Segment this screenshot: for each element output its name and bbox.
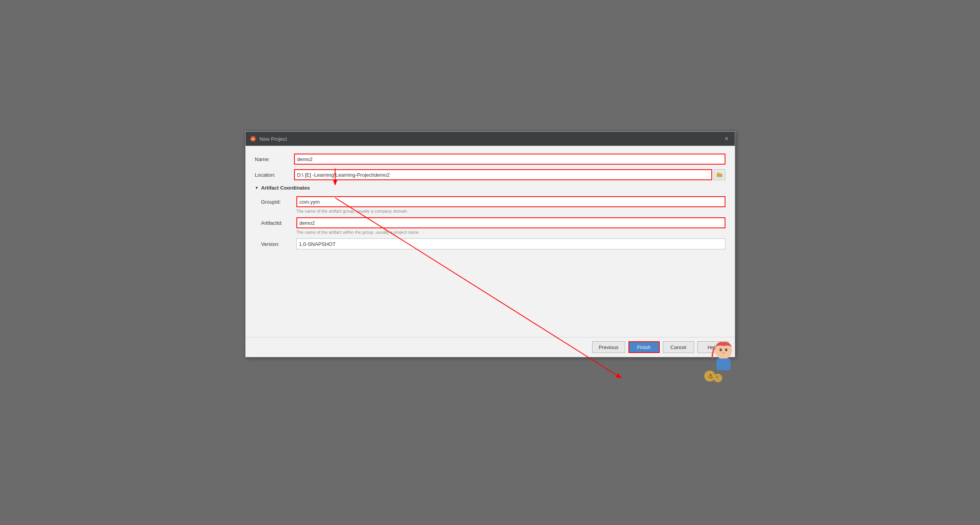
location-row: Location:: [255, 169, 725, 180]
version-input[interactable]: [296, 238, 725, 249]
title-bar-left: New Project: [249, 135, 287, 142]
folder-icon: [717, 172, 722, 177]
svg-point-9: [704, 371, 715, 382]
svg-rect-8: [716, 358, 731, 370]
artifactid-hint: The name of the artifact within the grou…: [261, 230, 725, 235]
svg-point-10: [709, 374, 712, 376]
groupid-row: GroupId: The name of the artifact group,…: [261, 196, 725, 213]
chevron-down-icon: ▼: [255, 186, 259, 190]
location-input-group: [294, 169, 725, 180]
svg-point-13: [714, 374, 722, 382]
artifactid-input[interactable]: [296, 217, 725, 228]
artifactid-row: ArtifactId: The name of the artifact wit…: [261, 217, 725, 235]
artifact-section-header[interactable]: ▼ Artifact Coordinates: [255, 185, 725, 191]
artifactid-label: ArtifactId:: [261, 220, 296, 226]
artifactid-form-row: ArtifactId:: [261, 217, 725, 228]
previous-button[interactable]: Previous: [592, 341, 625, 353]
finish-button[interactable]: Finish: [628, 341, 660, 353]
browse-button[interactable]: [714, 169, 725, 180]
groupid-input[interactable]: [296, 196, 725, 207]
cancel-button[interactable]: Cancel: [663, 341, 694, 353]
name-label: Name:: [255, 156, 294, 162]
dialog-title: New Project: [260, 136, 287, 142]
button-bar: Previous Finish Cancel Help: [246, 337, 735, 357]
name-input[interactable]: [294, 154, 725, 165]
artifact-section-title: Artifact Coordinates: [261, 185, 310, 191]
svg-rect-1: [717, 174, 722, 177]
groupid-hint: The name of the artifact group, usually …: [261, 209, 725, 213]
location-input[interactable]: [294, 169, 712, 180]
title-bar: New Project ×: [246, 132, 735, 146]
version-label: Version:: [261, 241, 296, 247]
svg-point-11: [708, 376, 710, 378]
groupid-form-row: GroupId:: [261, 196, 725, 207]
location-label: Location:: [255, 172, 294, 178]
groupid-label: GroupId:: [261, 199, 296, 205]
content-spacer: [246, 259, 735, 337]
name-row: Name:: [255, 154, 725, 165]
svg-point-12: [711, 377, 713, 379]
version-row: Version:: [261, 238, 725, 249]
new-project-dialog: New Project × Name: Location:: [245, 131, 735, 357]
svg-point-14: [716, 376, 718, 378]
app-icon: [249, 135, 257, 142]
dialog-content: Name: Location: ▼: [246, 146, 735, 259]
artifact-content: GroupId: The name of the artifact group,…: [255, 196, 725, 249]
help-button[interactable]: Help: [697, 341, 729, 353]
close-button[interactable]: ×: [722, 135, 731, 143]
